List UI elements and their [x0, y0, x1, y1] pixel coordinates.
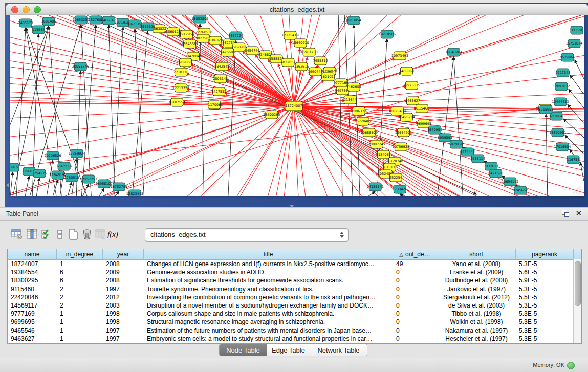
- function-builder-icon[interactable]: f(x): [106, 227, 120, 242]
- graph-node[interactable]: 8912954: [179, 30, 194, 38]
- cell-year[interactable]: 2008: [103, 277, 144, 284]
- cell-title[interactable]: Investigating the contribution of common…: [144, 294, 393, 301]
- graph-node[interactable]: 2718176: [173, 68, 188, 76]
- cell-pagerank[interactable]: 5.3E-5: [516, 318, 574, 325]
- cell-title[interactable]: Embryonic stem cells: a model to study s…: [144, 335, 393, 342]
- column-header-short[interactable]: short: [437, 249, 516, 259]
- column-header-name[interactable]: name: [8, 249, 57, 259]
- graph-node[interactable]: 7462605: [346, 83, 361, 91]
- cell-title[interactable]: Tourette syndrome. Phenomenology and cla…: [144, 286, 393, 293]
- cell-out_degree[interactable]: 0: [393, 318, 437, 325]
- table-row[interactable]: 946362711997Embryonic stem cells: a mode…: [8, 335, 581, 343]
- cell-name[interactable]: 18724007: [8, 260, 57, 268]
- graph-node[interactable]: 9227343: [555, 69, 570, 77]
- cell-year[interactable]: 2012: [103, 294, 144, 301]
- cell-pagerank[interactable]: 5.3E-5: [516, 260, 574, 268]
- graph-node[interactable]: 18640910: [292, 39, 309, 47]
- graph-node[interactable]: 252254: [389, 173, 402, 182]
- graph-node[interactable]: 9245652: [513, 186, 528, 194]
- graph-node[interactable]: 15720407: [355, 117, 372, 125]
- cell-short[interactable]: de Silva et al. (2003): [437, 302, 516, 309]
- cell-pagerank[interactable]: 5.6E-5: [516, 269, 574, 276]
- splitter-handle-icon[interactable]: [290, 205, 294, 208]
- cell-in_degree[interactable]: 1: [57, 260, 103, 268]
- cell-name[interactable]: 19384554: [8, 269, 57, 276]
- select-all-rows-icon[interactable]: [40, 227, 53, 242]
- cell-short[interactable]: Nakamura et al. (1997): [437, 327, 516, 334]
- cell-name[interactable]: 22420046: [8, 294, 57, 301]
- float-panel-icon[interactable]: [562, 210, 569, 217]
- toggle-rows-icon[interactable]: [53, 227, 67, 242]
- cell-name[interactable]: 9465546: [8, 327, 57, 334]
- dropdown-stepper-icon[interactable]: [339, 230, 345, 240]
- graph-node[interactable]: 10025458: [389, 107, 406, 115]
- graph-node[interactable]: 8471676: [488, 169, 503, 178]
- graph-node[interactable]: 11170: [571, 26, 583, 34]
- cell-pagerank[interactable]: 5.3E-5: [516, 310, 574, 317]
- close-panel-icon[interactable]: ✕: [575, 210, 582, 217]
- column-header-out_degree[interactable]: △out_de…: [393, 249, 437, 259]
- cell-title[interactable]: Genome-wide association studies in ADHD.: [144, 269, 393, 276]
- graph-node[interactable]: 18807249: [368, 140, 385, 148]
- cell-short[interactable]: Dudbridge et al. (2008): [437, 277, 516, 284]
- graph-node[interactable]: 7886372: [352, 107, 366, 115]
- cell-year[interactable]: 1998: [103, 310, 144, 317]
- graph-node[interactable]: 10688609: [361, 128, 378, 137]
- graph-node[interactable]: 8427552: [211, 87, 226, 96]
- tab-edge-table[interactable]: Edge Table: [267, 344, 310, 356]
- graph-node[interactable]: 9115460: [415, 104, 429, 113]
- cell-name[interactable]: 9463627: [8, 335, 57, 342]
- cell-short[interactable]: Yano et al. (2008): [437, 260, 516, 268]
- graph-node[interactable]: 12823448: [126, 190, 143, 196]
- cell-pagerank[interactable]: 5.5E-5: [516, 294, 574, 301]
- cell-title[interactable]: Estimation of significance thresholds fo…: [144, 277, 393, 284]
- graph-node[interactable]: 1640954: [427, 126, 442, 134]
- cell-year[interactable]: 2009: [103, 269, 144, 276]
- graph-node[interactable]: 93915: [10, 163, 19, 171]
- cell-out_degree[interactable]: 0: [393, 277, 437, 284]
- graph-node[interactable]: 116753: [567, 156, 580, 164]
- table-row[interactable]: 946554611997Estimation of the future num…: [8, 326, 581, 335]
- cell-in_degree[interactable]: 2: [57, 286, 103, 293]
- scrollbar-thumb[interactable]: [575, 261, 581, 306]
- graph-node[interactable]: 19218506: [379, 30, 396, 38]
- cell-title[interactable]: Estimation of the future numbers of pati…: [144, 327, 393, 334]
- graph-node[interactable]: 10653257: [73, 16, 90, 24]
- graph-node[interactable]: 10973493: [391, 52, 408, 60]
- column-header-year[interactable]: year: [103, 249, 144, 259]
- cell-year[interactable]: 2003: [103, 302, 144, 309]
- graph-node[interactable]: 7515526: [140, 23, 155, 31]
- network-window-titlebar[interactable]: citations_edges.txt: [6, 4, 588, 15]
- cell-pagerank[interactable]: 5.3E-5: [516, 302, 574, 309]
- cell-out_degree[interactable]: 0: [393, 335, 437, 342]
- cell-year[interactable]: 1998: [103, 318, 144, 325]
- cell-year[interactable]: 1997: [103, 335, 144, 342]
- cell-in_degree[interactable]: 2: [57, 302, 103, 309]
- graph-node[interactable]: 7485063: [399, 67, 414, 75]
- cell-short[interactable]: Franke et al. (2009): [437, 269, 516, 276]
- graph-node[interactable]: 12975115: [403, 81, 420, 90]
- graph-node[interactable]: 1294275: [32, 169, 47, 178]
- table-settings-icon[interactable]: [10, 227, 24, 242]
- cell-short[interactable]: Hescheler et al. (1997): [437, 335, 516, 342]
- graph-node[interactable]: 2405573: [18, 19, 33, 27]
- cell-year[interactable]: 1997: [103, 286, 144, 293]
- graph-node[interactable]: 3691406: [41, 17, 56, 26]
- graph-node[interactable]: 17359924: [69, 149, 85, 158]
- table-selector-dropdown[interactable]: citations_edges.txt: [145, 228, 349, 242]
- graph-node[interactable]: 8215955: [538, 105, 553, 114]
- graph-node[interactable]: 8454749: [245, 47, 259, 55]
- graph-node[interactable]: 1621022: [321, 73, 336, 81]
- table-row[interactable]: 2242004622012Investigating the contribut…: [8, 293, 581, 301]
- graph-node[interactable]: 19654923: [395, 128, 412, 137]
- graph-node[interactable]: 213644: [344, 96, 357, 104]
- graph-node[interactable]: 12444413: [552, 98, 569, 106]
- table-row[interactable]: 911546021997Tourette syndrome. Phenomeno…: [8, 285, 581, 293]
- graph-node[interactable]: 15751074: [565, 39, 582, 48]
- graph-node[interactable]: 16961758: [300, 48, 317, 56]
- table-row[interactable]: 969969511998Structural magnetic resonanc…: [8, 318, 581, 326]
- graph-node[interactable]: 8186328: [208, 36, 223, 45]
- tab-node-table[interactable]: Node Table: [220, 344, 267, 356]
- graph-node[interactable]: 9342848: [214, 62, 229, 71]
- cell-year[interactable]: 2008: [103, 260, 144, 268]
